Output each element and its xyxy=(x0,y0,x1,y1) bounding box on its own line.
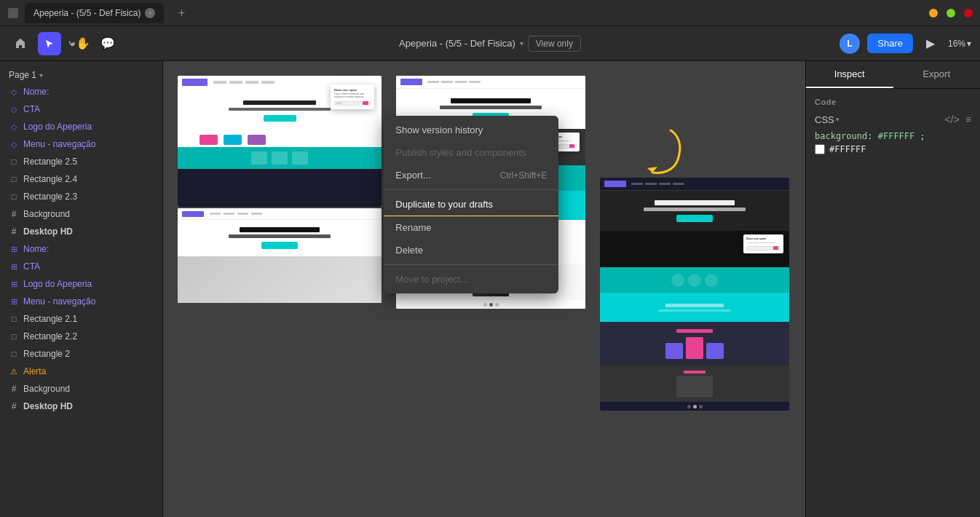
layer-item[interactable]: ◇ CTA xyxy=(0,100,162,118)
diamond-icon: ◇ xyxy=(9,139,19,149)
rect-icon: □ xyxy=(9,349,19,359)
tab-label: Apeperia - (5/5 - Def Fisica) xyxy=(33,8,141,18)
home-tool-button[interactable] xyxy=(9,32,32,55)
code-copy-icon[interactable]: ≡ xyxy=(965,114,971,125)
grid-icon: ⊞ xyxy=(9,296,19,307)
rect-icon: □ xyxy=(9,174,19,184)
minimize-button[interactable] xyxy=(929,9,938,17)
layer-item[interactable]: ⚠ Alerta xyxy=(0,363,162,380)
hash-icon: # xyxy=(9,209,19,219)
color-row: #FFFFFF xyxy=(815,144,971,154)
code-output: background: #FFFFFF ; xyxy=(815,131,971,141)
rect-icon: □ xyxy=(9,157,19,167)
ctx-duplicate-drafts[interactable]: Duplicate to your drafts xyxy=(384,193,558,216)
svg-rect-0 xyxy=(8,8,18,18)
layer-label: Rectangle 2.4 xyxy=(23,174,77,184)
select-tool-button[interactable] xyxy=(38,32,61,55)
layer-item[interactable]: ⊞ Nome: xyxy=(0,240,162,258)
tab-export[interactable]: Export xyxy=(893,61,981,88)
layer-label: Nome: xyxy=(23,87,49,97)
layer-label: Logo do Apeperia xyxy=(23,279,92,289)
frame-group-3: News sem spam O fique a frente novamente… xyxy=(600,178,789,411)
code-type-chevron-icon: ▾ xyxy=(836,116,839,123)
layer-item[interactable]: # Background xyxy=(0,380,162,398)
rect-icon: □ xyxy=(9,331,19,342)
grid-icon: ⊞ xyxy=(9,244,19,254)
svg-marker-1 xyxy=(647,167,657,173)
annotation-arrow xyxy=(612,123,700,184)
new-tab-button[interactable]: + xyxy=(173,4,190,22)
code-section: Code CSS ▾ </> ≡ background: #FFFFFF ; #… xyxy=(806,89,980,163)
diamond-icon: ◇ xyxy=(9,104,19,114)
layer-item[interactable]: □ Rectangle 2.3 xyxy=(0,188,162,205)
code-type-row: CSS ▾ </> ≡ xyxy=(815,114,971,125)
code-section-title: Code xyxy=(815,98,971,106)
code-type-selector[interactable]: CSS ▾ xyxy=(815,114,839,125)
layer-item[interactable]: □ Rectangle 2 xyxy=(0,345,162,363)
close-button[interactable] xyxy=(964,9,973,17)
window-controls xyxy=(929,9,973,17)
hand-tool-button[interactable]: ✋ xyxy=(67,32,90,55)
inspect-panel: Inspect Export Code CSS ▾ </> ≡ backgrou… xyxy=(805,61,980,517)
layer-item[interactable]: ⊞ CTA xyxy=(0,258,162,275)
view-only-badge: View only xyxy=(528,36,581,52)
layer-label: Rectangle 2.3 xyxy=(23,192,77,202)
layer-item[interactable]: ⊞ Logo do Apeperia xyxy=(0,275,162,293)
code-view-icon[interactable]: </> xyxy=(945,114,960,125)
layer-label: Menu - navegação xyxy=(23,296,95,307)
grid-icon: ⊞ xyxy=(9,261,19,272)
warning-icon: ⚠ xyxy=(9,366,19,376)
ctx-delete[interactable]: Delete xyxy=(384,239,558,261)
layer-label: Rectangle 2.1 xyxy=(23,314,77,324)
layer-label: Desktop HD xyxy=(23,401,73,411)
maximize-button[interactable] xyxy=(947,9,955,17)
layer-item[interactable]: ◇ Logo do Apeperia xyxy=(0,118,162,135)
layers-sidebar: Page 1 ▾ ◇ Nome: ◇ CTA ◇ Logo do Apeperi… xyxy=(0,61,163,517)
ctx-separator-2 xyxy=(384,264,558,265)
diamond-icon: ◇ xyxy=(9,122,19,132)
hash-icon: # xyxy=(9,384,19,394)
layer-item[interactable]: # Desktop HD xyxy=(0,223,162,240)
title-bar: Apeperia - (5/5 - Def Fisica) × + xyxy=(0,0,980,26)
toolbar-center: Apeperia - (5/5 - Def Fisica) ▾ View onl… xyxy=(399,36,581,52)
hash-icon: # xyxy=(9,401,19,411)
canvas[interactable]: News sem spam Fique a frente novamente p… xyxy=(163,61,805,517)
share-button[interactable]: Share xyxy=(867,33,913,53)
diamond-icon: ◇ xyxy=(9,87,19,97)
tab-inspect[interactable]: Inspect xyxy=(806,61,893,88)
comment-tool-button[interactable]: 💬 xyxy=(96,32,119,55)
color-hex-value: #FFFFFF xyxy=(829,144,866,154)
layer-item[interactable]: □ Rectangle 2.5 xyxy=(0,153,162,170)
layer-label: Alerta xyxy=(23,366,46,376)
ctx-export[interactable]: Export... Ctrl+Shift+E xyxy=(384,164,558,186)
layer-label: Menu - navegação xyxy=(23,139,95,149)
browser-tab[interactable]: Apeperia - (5/5 - Def Fisica) × xyxy=(25,3,164,23)
layer-item[interactable]: □ Rectangle 2.2 xyxy=(0,328,162,345)
layer-item[interactable]: # Background xyxy=(0,205,162,223)
layer-item[interactable]: □ Rectangle 2.4 xyxy=(0,170,162,188)
title-dropdown-button[interactable]: ▾ xyxy=(520,39,523,47)
ctx-separator-1 xyxy=(384,189,558,190)
ctx-show-version-history[interactable]: Show version history xyxy=(384,119,558,141)
page-dropdown-icon: ▾ xyxy=(39,71,43,79)
rect-icon: □ xyxy=(9,314,19,324)
layer-item[interactable]: ⊞ Menu - navegação xyxy=(0,293,162,310)
layer-item[interactable]: ◇ Menu - navegação xyxy=(0,135,162,153)
frame-card-2[interactable] xyxy=(178,208,382,303)
toolbar: ✋ 💬 Apeperia - (5/5 - Def Fisica) ▾ View… xyxy=(0,26,980,61)
frame-group-1: News sem spam Fique a frente novamente p… xyxy=(178,76,382,411)
frame-card-4[interactable]: News sem spam O fique a frente novamente… xyxy=(600,178,789,411)
layer-label: Rectangle 2.5 xyxy=(23,157,77,167)
tab-close-button[interactable]: × xyxy=(145,8,155,18)
layer-item[interactable]: # Desktop HD xyxy=(0,398,162,415)
frame-card-1[interactable]: News sem spam Fique a frente novamente p… xyxy=(178,76,382,207)
layer-item[interactable]: □ Rectangle 2.1 xyxy=(0,310,162,328)
page-selector[interactable]: Page 1 ▾ xyxy=(0,66,162,83)
layer-item[interactable]: ◇ Nome: xyxy=(0,83,162,100)
ctx-move-project: Move to project... xyxy=(384,268,558,291)
zoom-control[interactable]: 16% ▾ xyxy=(948,39,971,49)
ctx-rename[interactable]: Rename xyxy=(384,216,558,239)
present-button[interactable]: ▶ xyxy=(920,33,941,54)
layer-label: CTA xyxy=(23,104,40,114)
grid-icon: ⊞ xyxy=(9,279,19,289)
